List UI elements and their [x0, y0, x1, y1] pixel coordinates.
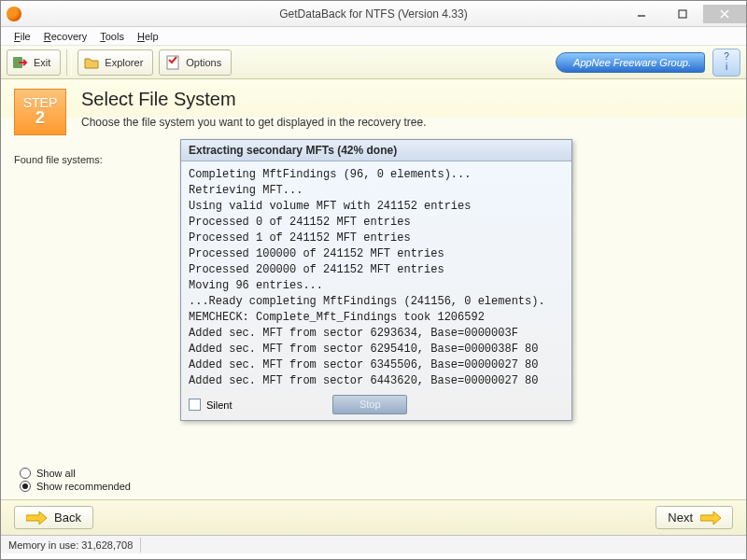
button-label: Options	[186, 57, 221, 68]
radio-icon	[20, 468, 31, 479]
button-label: Explorer	[105, 57, 143, 68]
minimize-button[interactable]	[621, 5, 662, 23]
progress-dialog: Extracting secondary MFTs (42% done) Com…	[180, 139, 572, 421]
options-button[interactable]: Options	[159, 49, 232, 76]
found-systems-label: Found file systems:	[10, 152, 106, 167]
button-label: Back	[54, 511, 81, 525]
menu-label: ecovery	[51, 31, 88, 42]
info-icon: i	[726, 63, 727, 72]
filter-group: Show all Show recommended	[20, 466, 131, 494]
step-number: 2	[15, 108, 65, 128]
radio-icon	[20, 481, 31, 492]
radio-show-recommended[interactable]: Show recommended	[20, 481, 131, 492]
stop-button[interactable]: Stop	[332, 395, 407, 414]
next-button[interactable]: Next	[655, 506, 733, 529]
status-bar: Memory in use: 31,628,708	[1, 535, 746, 553]
maximize-button[interactable]	[662, 5, 703, 23]
title-bar: GetDataBack for NTFS (Version 4.33)	[1, 1, 746, 27]
explorer-button[interactable]: Explorer	[78, 49, 153, 76]
radio-label: Show recommended	[36, 481, 131, 492]
status-memory: Memory in use: 31,628,708	[1, 538, 141, 553]
checkbox-label: Silent	[206, 399, 233, 411]
arrow-right-icon	[700, 511, 721, 525]
app-icon	[7, 7, 21, 21]
radio-show-all[interactable]: Show all	[20, 468, 131, 479]
menu-label: ile	[21, 31, 31, 42]
menu-recovery[interactable]: Recovery	[38, 29, 92, 44]
menu-file[interactable]: File	[8, 29, 36, 44]
button-label: Exit	[34, 57, 50, 68]
help-icon: ?	[724, 52, 729, 62]
menu-bar: File Recovery Tools Help	[1, 27, 746, 46]
radio-label: Show all	[36, 468, 76, 479]
menu-help[interactable]: Help	[132, 29, 164, 44]
arrow-left-icon	[26, 511, 47, 525]
branding-badge: AppNee Freeware Group.	[556, 52, 705, 73]
exit-icon	[13, 55, 28, 70]
back-button[interactable]: Back	[14, 506, 93, 529]
options-icon	[165, 55, 180, 70]
main-content: STEP 2 Select File System Choose the fil…	[1, 79, 746, 499]
menu-tools[interactable]: Tools	[94, 29, 130, 44]
dialog-log: Completing MftFindings (96, 0 elements).…	[181, 161, 571, 391]
silent-checkbox[interactable]: Silent	[189, 399, 233, 411]
folder-icon	[84, 55, 99, 70]
checkbox-icon	[189, 399, 201, 411]
dialog-footer: Silent Stop	[181, 391, 571, 420]
svg-rect-1	[679, 10, 686, 18]
menu-label: ools	[106, 31, 124, 42]
page-title: Select File System	[81, 89, 427, 110]
close-button[interactable]	[703, 5, 746, 23]
menu-label: elp	[145, 31, 159, 42]
page-subtitle: Choose the file system you want to get d…	[81, 116, 427, 129]
nav-bar: Back Next	[1, 499, 746, 535]
toolbar-separator	[66, 49, 72, 76]
exit-button[interactable]: Exit	[7, 49, 61, 76]
dialog-title: Extracting secondary MFTs (42% done)	[181, 140, 571, 161]
window-controls	[621, 5, 746, 23]
button-label: Next	[668, 511, 693, 525]
help-button[interactable]: ? i	[712, 49, 740, 77]
toolbar: Exit Explorer Options AppNee Freeware Gr…	[1, 46, 746, 79]
step-badge: STEP 2	[14, 89, 66, 135]
